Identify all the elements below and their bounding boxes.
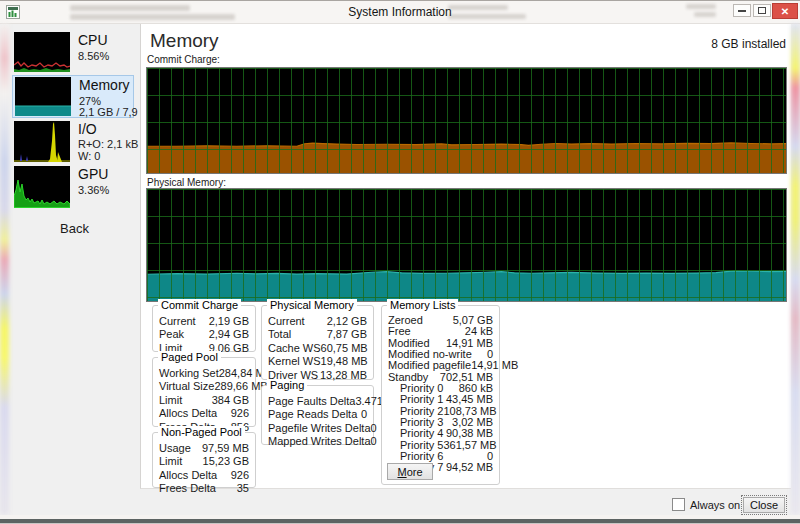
io-mini-graph [14, 121, 70, 162]
stat-row: Current2,12 GB [268, 315, 367, 328]
stat-row: Virtual Size289,66 MB [159, 380, 249, 393]
sidebar-item-memory[interactable]: Memory 27% 2,1 GB / 7,9 GB [12, 75, 134, 118]
stat-row: Page Faults Delta3.471 [268, 395, 367, 408]
always-on-top-checkbox[interactable] [672, 498, 685, 511]
sidebar-item-cpu[interactable]: CPU 8.56% [12, 31, 134, 74]
groupbox-title: Memory Lists [387, 299, 458, 311]
stat-row: Mapped Writes Delta0 [268, 435, 367, 448]
stat-row: Page Reads Delta0 [268, 408, 367, 421]
stat-row: Kernel WS19,48 MB [268, 355, 367, 368]
window-title: System Information [0, 5, 800, 19]
window-right-edge [791, 24, 800, 515]
sidebar-item-label: I/O [78, 121, 97, 137]
graph-grid [147, 189, 786, 301]
memory-mini-graph [15, 77, 71, 116]
groupbox-title: Physical Memory [267, 299, 357, 311]
stat-row: Peak2,94 GB [159, 328, 249, 341]
title-bar[interactable]: System Information ✕ [0, 1, 800, 24]
physical-memory-graph-label: Physical Memory: [147, 177, 226, 188]
physical-memory-groupbox: Physical Memory Current2,12 GBTotal7,87 … [261, 305, 374, 380]
maximize-icon [758, 7, 766, 14]
paging-groupbox: Paging Page Faults Delta3.471Page Reads … [261, 385, 374, 445]
stat-row: Allocs Delta926 [159, 407, 249, 420]
nonpaged-pool-groupbox: Non-Paged Pool Usage97,59 MBLimit15,23 G… [152, 432, 256, 488]
minimize-button[interactable] [733, 4, 751, 17]
back-button[interactable]: Back [9, 221, 140, 236]
stat-row: Limit384 GB [159, 394, 249, 407]
stat-row: Limit15,23 GB [159, 455, 249, 468]
stat-row: Pagefile Writes Delta0 [268, 422, 367, 435]
stat-row: Total7,87 GB [268, 328, 367, 341]
more-button[interactable]: More [387, 463, 433, 480]
stat-row: Current2,19 GB [159, 315, 249, 328]
physical-memory-graph [146, 188, 787, 302]
window-left-edge [0, 24, 9, 515]
stat-row: Frees Delta35 [159, 482, 249, 495]
stat-row: Usage97,59 MB [159, 442, 249, 455]
groupbox-title: Paging [267, 379, 307, 391]
installed-ram-label: 8 GB installed [711, 37, 786, 51]
stat-row: Free24 kB [388, 326, 493, 337]
sidebar-item-label: CPU [78, 32, 108, 48]
sidebar-item-label: Memory [79, 77, 130, 93]
commit-charge-groupbox: Commit Charge Current2,19 GBPeak2,94 GBL… [152, 305, 256, 352]
gpu-percent: 3.36% [78, 184, 109, 196]
stat-row: Cache WS60,75 MB [268, 342, 367, 355]
graph-grid [147, 68, 786, 173]
commit-charge-graph [146, 67, 787, 174]
minimize-icon [738, 10, 746, 12]
close-icon: ✕ [781, 6, 789, 17]
page-title: Memory [150, 30, 219, 52]
stat-row: Allocs Delta926 [159, 469, 249, 482]
window-bottom-edge [0, 515, 800, 524]
cpu-percent: 8.56% [78, 50, 109, 62]
system-information-window: System Information ✕ CPU 8.56% Memory 27… [0, 0, 800, 524]
sidebar-item-io[interactable]: I/O R+O: 2,1 kB W: 0 [12, 120, 134, 163]
close-button[interactable]: Close [743, 497, 785, 513]
groupbox-title: Non-Paged Pool [158, 426, 245, 438]
paged-pool-groupbox: Paged Pool Working Set284,84 MBVirtual S… [152, 357, 256, 427]
io-read: R+O: 2,1 kB [78, 138, 138, 150]
sidebar-item-label: GPU [78, 166, 108, 182]
groupbox-title: Paged Pool [158, 351, 221, 363]
sidebar-item-gpu[interactable]: GPU 3.36% [12, 165, 134, 208]
close-window-button[interactable]: ✕ [772, 3, 798, 19]
groupbox-title: Commit Charge [158, 299, 241, 311]
graph-sidebar: CPU 8.56% Memory 27% 2,1 GB / 7,9 GB I/ [9, 24, 140, 515]
gpu-mini-graph [14, 166, 70, 208]
memory-lists-groupbox: Memory Lists Zeroed5,07 GBFree24 kBModif… [381, 305, 500, 485]
cpu-mini-graph [14, 32, 70, 72]
commit-charge-graph-label: Commit Charge: [147, 54, 220, 65]
io-write: W: 0 [78, 150, 100, 162]
close-button-focus-ring: Close [741, 495, 787, 515]
stat-row: Working Set284,84 MB [159, 367, 249, 380]
maximize-button[interactable] [753, 4, 771, 17]
